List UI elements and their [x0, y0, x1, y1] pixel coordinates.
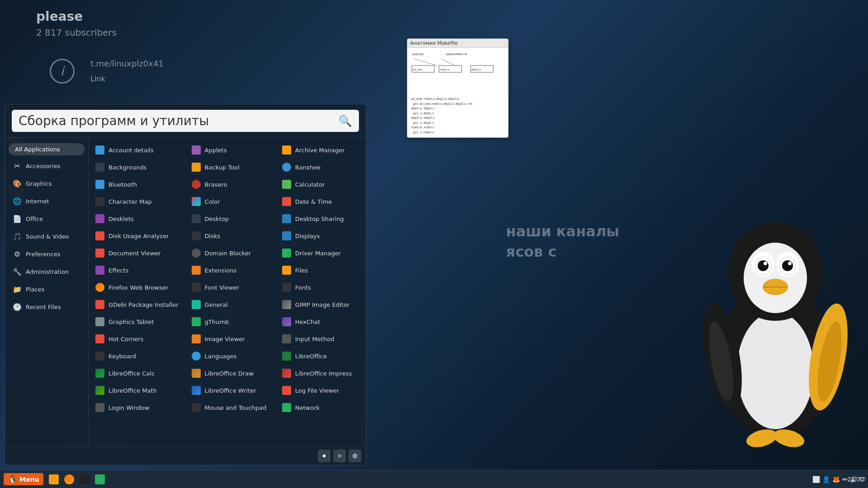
- app-item-font-viewer[interactable]: Font Viewer: [187, 279, 274, 296]
- app-item-firefox-web-browser[interactable]: Firefox Web Browser: [90, 279, 183, 296]
- preferences-label: Preferences: [26, 251, 60, 258]
- footer-btn-3[interactable]: ⚙: [349, 450, 361, 462]
- app-item-calculator[interactable]: Calculator: [277, 176, 364, 192]
- app-item-brasero[interactable]: Brasero: [187, 176, 274, 192]
- menu-body: All Applications ✂ Accessories 🎨 Graphic…: [5, 138, 366, 446]
- taskbar-item-folder[interactable]: [93, 473, 107, 486]
- admin-icon: 🔧: [12, 267, 22, 277]
- app-item-gdebi-package-installer[interactable]: GDebi Package Installer: [90, 296, 183, 313]
- office-icon: 📄: [12, 214, 22, 224]
- app-icon: [282, 265, 292, 275]
- app-item-desktop[interactable]: Desktop: [187, 211, 274, 227]
- app-name: Desklets: [108, 216, 134, 222]
- app-item-gimp-image-editor[interactable]: GIMP Image Editor: [277, 296, 364, 313]
- app-item-libreoffice-writer[interactable]: LibreOffice Writer: [187, 382, 274, 399]
- menu-footer: ⚫ ⚪ ⚙: [5, 446, 366, 465]
- app-icon: [191, 334, 201, 344]
- taskbar-item-terminal[interactable]: [78, 473, 91, 486]
- taskbar-item-files[interactable]: [47, 473, 61, 486]
- app-item-desklets[interactable]: Desklets: [90, 211, 183, 227]
- app-item-fonts[interactable]: Fonts: [277, 279, 364, 296]
- menu-icon: 🐧: [8, 475, 17, 483]
- places-label: Places: [26, 286, 44, 293]
- app-item-backgrounds[interactable]: Backgrounds: [90, 159, 183, 175]
- app-icon: [95, 317, 105, 327]
- app-item-gthumb[interactable]: gThumb: [187, 314, 274, 330]
- app-item-date-&-time[interactable]: Date & Time: [277, 193, 364, 210]
- app-icon: [95, 385, 105, 395]
- taskbar-item-firefox[interactable]: [62, 473, 76, 486]
- app-menu-panel: Сборка программ и утилиты 🔍 All Applicat…: [5, 104, 366, 465]
- app-item-login-window[interactable]: Login Window: [90, 399, 183, 416]
- app-item-color[interactable]: Color: [187, 193, 274, 210]
- category-graphics[interactable]: 🎨 Graphics: [7, 175, 86, 192]
- app-item-desktop-sharing[interactable]: Desktop Sharing: [277, 211, 364, 227]
- app-item-extensions[interactable]: Extensions: [187, 262, 274, 278]
- category-accessories[interactable]: ✂ Accessories: [7, 157, 86, 174]
- app-item-languages[interactable]: Languages: [187, 348, 274, 364]
- taskbar: 🐧 Menu ⬜ 👤 🦊 ✏ 🔊 🛡 21:32: [0, 470, 868, 488]
- category-administration[interactable]: 🔧 Administration: [7, 263, 86, 280]
- category-office[interactable]: 📄 Office: [7, 210, 86, 227]
- app-item-character-map[interactable]: Character Map: [90, 193, 183, 210]
- yt-title: please: [36, 9, 83, 24]
- app-item-files[interactable]: Files: [277, 262, 364, 278]
- category-internet[interactable]: 🌐 Internet: [7, 192, 86, 210]
- app-item-document-viewer[interactable]: Document Viewer: [90, 245, 183, 261]
- internet-label: Internet: [26, 198, 49, 205]
- app-icon: [191, 317, 201, 327]
- app-item-image-viewer[interactable]: Image Viewer: [187, 331, 274, 347]
- svg-point-3: [744, 243, 807, 313]
- app-name: Input Method: [295, 336, 335, 343]
- app-item-general[interactable]: General: [187, 296, 274, 313]
- app-item-input-method[interactable]: Input Method: [277, 331, 364, 347]
- app-item-account-details[interactable]: Account details: [90, 142, 183, 158]
- app-item-hot-corners[interactable]: Hot Corners: [90, 331, 183, 347]
- app-item-mouse-and-touchpad[interactable]: Mouse and Touchpad: [187, 399, 274, 416]
- accessories-label: Accessories: [26, 163, 60, 169]
- category-sound-video[interactable]: 🎵 Sound & Video: [7, 228, 86, 245]
- taskbar-time: 21:32: [848, 476, 864, 483]
- search-input-wrapper[interactable]: Сборка программ и утилиты 🔍: [12, 110, 359, 132]
- app-item-graphics-tablet[interactable]: Graphics Tablet: [90, 314, 183, 330]
- app-item-displays[interactable]: Displays: [277, 228, 364, 244]
- category-preferences[interactable]: ⚙ Preferences: [7, 245, 86, 263]
- makefile-titlebar: Анатомия Makefile: [407, 39, 508, 48]
- app-name: Image Viewer: [205, 336, 245, 343]
- category-places[interactable]: 📁 Places: [7, 281, 86, 298]
- app-item-libreoffice[interactable]: LibreOffice: [277, 348, 364, 364]
- app-item-backup-tool[interactable]: Backup Tool: [187, 159, 274, 175]
- internet-icon: 🌐: [12, 196, 22, 206]
- app-item-disks[interactable]: Disks: [187, 228, 274, 244]
- app-item-libreoffice-draw[interactable]: LibreOffice Draw: [187, 365, 274, 381]
- app-item-driver-manager[interactable]: Driver Manager: [277, 245, 364, 261]
- app-item-disk-usage-analyzer[interactable]: Disk Usage Analyzer: [90, 228, 183, 244]
- app-item-archive-manager[interactable]: Archive Manager: [277, 142, 364, 158]
- app-icon: [191, 145, 201, 155]
- app-item-domain-blocker[interactable]: Domain Blocker: [187, 245, 274, 261]
- menu-button[interactable]: 🐧 Menu: [4, 473, 43, 485]
- app-item-effects[interactable]: Effects: [90, 262, 183, 278]
- category-recent-files[interactable]: 🕐 Recent Files: [7, 298, 86, 315]
- app-item-network[interactable]: Network: [277, 399, 364, 416]
- footer-btn-1[interactable]: ⚫: [318, 450, 330, 462]
- search-icon[interactable]: 🔍: [339, 115, 352, 127]
- app-name: GIMP Image Editor: [295, 301, 349, 308]
- app-item-libreoffice-calc[interactable]: LibreOffice Calc: [90, 365, 183, 381]
- app-item-hexchat[interactable]: HexChat: [277, 314, 364, 330]
- app-name: LibreOffice Math: [108, 387, 157, 394]
- app-item-libreoffice-math[interactable]: LibreOffice Math: [90, 382, 183, 399]
- app-item-bluetooth[interactable]: Bluetooth: [90, 176, 183, 192]
- app-item-applets[interactable]: Applets: [187, 142, 274, 158]
- graphics-label: Graphics: [26, 180, 52, 187]
- app-icon: [282, 351, 292, 361]
- app-item-keyboard[interactable]: Keyboard: [90, 348, 183, 364]
- category-all-apps[interactable]: All Applications: [9, 143, 85, 155]
- app-item-libreoffice-impress[interactable]: LibreOffice Impress: [277, 365, 364, 381]
- app-name: Archive Manager: [295, 147, 345, 154]
- tux-penguin: [642, 154, 868, 470]
- app-item-log-file-viewer[interactable]: Log File Viewer: [277, 382, 364, 399]
- footer-btn-2[interactable]: ⚪: [333, 450, 346, 462]
- app-item-banshee[interactable]: Banshee: [277, 159, 364, 175]
- app-name: Displays: [295, 233, 320, 239]
